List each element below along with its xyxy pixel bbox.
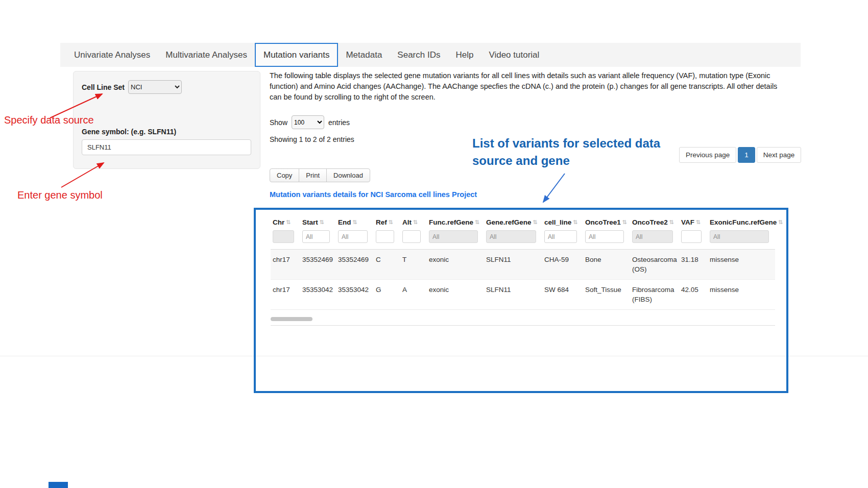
- tab-search-ids[interactable]: Search IDs: [390, 43, 448, 67]
- column-header-chr[interactable]: Chr⇅: [271, 213, 300, 229]
- cell-ref: G: [374, 279, 400, 309]
- table-row: chr17 35353042 35353042 G A exonic SLFN1…: [271, 279, 775, 309]
- show-label: Show: [270, 118, 287, 127]
- tab-help[interactable]: Help: [448, 43, 481, 67]
- copy-button[interactable]: Copy: [270, 168, 299, 182]
- sort-icon[interactable]: ⇅: [389, 219, 393, 226]
- column-header-label: Chr: [273, 218, 284, 226]
- tab-metadata[interactable]: Metadata: [338, 43, 390, 67]
- column-header-exonicfunc-refgene[interactable]: ExonicFunc.refGene⇅: [708, 213, 775, 229]
- filter-exonicfunc-refgene[interactable]: [710, 230, 769, 243]
- sort-icon[interactable]: ⇅: [622, 219, 627, 226]
- column-header-label: ExonicFunc.refGene: [710, 218, 777, 226]
- column-header-alt[interactable]: Alt⇅: [400, 213, 427, 229]
- tab-multivariate-analyses[interactable]: Multivariate Analyses: [158, 43, 255, 67]
- filter-end[interactable]: [338, 230, 368, 243]
- previous-page-button[interactable]: Previous page: [679, 147, 736, 163]
- sort-icon[interactable]: ⇅: [286, 219, 291, 226]
- column-header-label: Start: [302, 218, 318, 226]
- sort-icon[interactable]: ⇅: [533, 219, 538, 226]
- entries-label: entries: [328, 118, 350, 127]
- filter-oncotree2[interactable]: [632, 230, 673, 243]
- cell-end: 35352469: [336, 250, 374, 280]
- filter-alt[interactable]: [402, 230, 421, 243]
- variants-table: Chr⇅ Start⇅ End⇅ Ref⇅ Alt⇅ Func.refGene⇅…: [271, 213, 775, 310]
- column-header-gene-refgene[interactable]: Gene.refGene⇅: [484, 213, 542, 229]
- print-button[interactable]: Print: [299, 168, 327, 182]
- cell-start: 35353042: [300, 279, 336, 309]
- download-button[interactable]: Download: [326, 168, 370, 182]
- input-panel: Cell Line Set NCI Gene symbol: (e.g. SLF…: [73, 71, 260, 169]
- column-header-func-refgene[interactable]: Func.refGene⇅: [427, 213, 484, 229]
- cell-exonicfunc-refgene: missense: [708, 279, 775, 309]
- sort-icon[interactable]: ⇅: [778, 219, 783, 226]
- column-header-start[interactable]: Start⇅: [300, 213, 336, 229]
- sort-icon[interactable]: ⇅: [413, 219, 418, 226]
- column-header-cell-line[interactable]: cell_line⇅: [542, 213, 583, 229]
- filter-cell-line[interactable]: [544, 230, 577, 243]
- table-caption: Mutation variants details for NCI Sarcom…: [270, 190, 477, 199]
- cell-vaf: 31.18: [679, 250, 708, 280]
- column-header-label: OncoTree2: [632, 218, 668, 226]
- column-header-label: VAF: [681, 218, 694, 226]
- bottom-blue-artifact: [49, 482, 68, 488]
- annotation-enter-gene-symbol: Enter gene symbol: [17, 189, 103, 201]
- cell-vaf: 42.05: [679, 279, 708, 309]
- cell-line-set-select[interactable]: NCI: [128, 80, 182, 94]
- cell-gene-refgene: SLFN11: [484, 250, 542, 280]
- table-description: The following table displays the selecte…: [270, 70, 779, 103]
- cell-oncotree1: Soft_Tissue: [583, 279, 630, 309]
- column-header-oncotree1[interactable]: OncoTree1⇅: [583, 213, 630, 229]
- column-header-label: OncoTree1: [585, 218, 621, 226]
- cell-alt: T: [400, 250, 427, 280]
- next-page-button[interactable]: Next page: [757, 147, 802, 163]
- column-header-label: Func.refGene: [429, 218, 473, 226]
- annotation-specify-data-source: Specify data source: [4, 114, 94, 126]
- cell-exonicfunc-refgene: missense: [708, 250, 775, 280]
- arrow-variants-note: [543, 174, 565, 202]
- tab-mutation-variants[interactable]: Mutation variants: [255, 43, 338, 67]
- sort-icon[interactable]: ⇅: [696, 219, 701, 226]
- filter-oncotree1[interactable]: [585, 230, 624, 243]
- scrollbar-thumb[interactable]: [271, 317, 312, 321]
- sort-icon[interactable]: ⇅: [669, 219, 674, 226]
- tab-video-tutorial[interactable]: Video tutorial: [481, 43, 547, 67]
- sort-icon[interactable]: ⇅: [320, 219, 324, 226]
- sort-icon[interactable]: ⇅: [475, 219, 479, 226]
- entries-select[interactable]: 100: [292, 115, 324, 129]
- cell-start: 35352469: [300, 250, 336, 280]
- filter-gene-refgene[interactable]: [486, 230, 536, 243]
- filter-chr[interactable]: [273, 230, 294, 243]
- column-header-label: End: [338, 218, 351, 226]
- filter-row: [271, 229, 775, 250]
- horizontal-scrollbar[interactable]: [271, 317, 775, 322]
- sort-icon[interactable]: ⇅: [573, 219, 577, 226]
- annotation-variants-note-line1: List of variants for selected data: [472, 135, 660, 152]
- current-page-button[interactable]: 1: [738, 147, 755, 163]
- column-header-end[interactable]: End⇅: [336, 213, 374, 229]
- showing-info: Showing 1 to 2 of 2 entries: [270, 135, 354, 143]
- gene-symbol-label: Gene symbol: (e.g. SLFN11): [82, 128, 176, 136]
- main-nav: Univariate Analyses Multivariate Analyse…: [60, 43, 801, 67]
- filter-vaf[interactable]: [681, 230, 702, 243]
- column-header-oncotree2[interactable]: OncoTree2⇅: [630, 213, 679, 229]
- filter-func-refgene[interactable]: [429, 230, 478, 243]
- annotation-variants-note-line2: source and gene: [472, 152, 660, 169]
- cell-oncotree2: Osteosarcoma (OS): [630, 250, 679, 280]
- column-header-label: Ref: [376, 218, 387, 226]
- column-header-label: Gene.refGene: [486, 218, 532, 226]
- filter-ref[interactable]: [376, 230, 394, 243]
- cell-ref: C: [374, 250, 400, 280]
- annotation-variants-note: List of variants for selected data sourc…: [472, 135, 660, 169]
- gene-symbol-input[interactable]: [82, 139, 251, 155]
- column-header-label: Alt: [402, 218, 412, 226]
- cell-func-refgene: exonic: [427, 250, 484, 280]
- cell-chr: chr17: [271, 279, 300, 309]
- cell-line-set-row: Cell Line Set NCI: [82, 80, 182, 94]
- cell-line-set-label: Cell Line Set: [82, 83, 125, 91]
- filter-start[interactable]: [302, 230, 330, 243]
- sort-icon[interactable]: ⇅: [353, 219, 357, 226]
- tab-univariate-analyses[interactable]: Univariate Analyses: [66, 43, 158, 67]
- column-header-vaf[interactable]: VAF⇅: [679, 213, 708, 229]
- column-header-ref[interactable]: Ref⇅: [374, 213, 400, 229]
